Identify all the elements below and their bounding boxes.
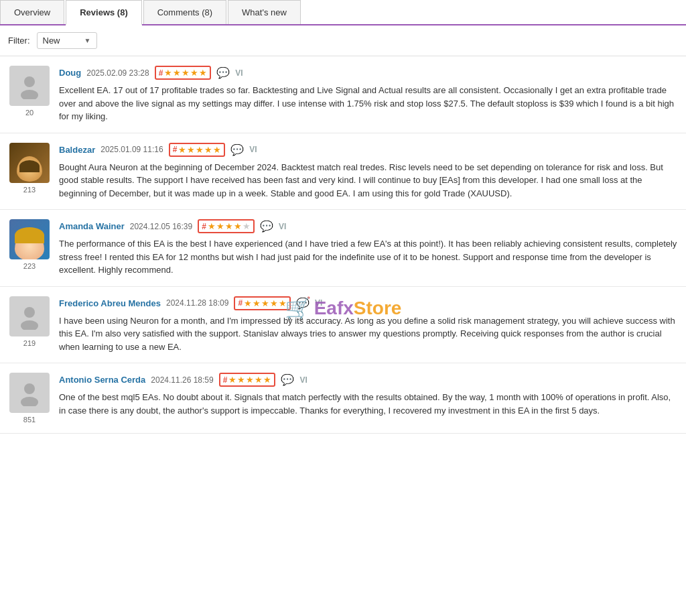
tab-whats-new[interactable]: What's new	[228, 0, 301, 24]
star-half: ★	[234, 221, 242, 231]
review-content: Doug 2025.02.09 23:28 # ★★★★★ 💬 VI Excel…	[59, 66, 678, 123]
star-full: ★	[244, 298, 252, 308]
review-text: The performance of this EA is the best I…	[59, 237, 678, 277]
chevron-down-icon: ▼	[84, 37, 91, 44]
star-full: ★	[228, 375, 236, 385]
star-full: ★	[246, 375, 254, 385]
comment-icon: 💬	[260, 220, 273, 233]
vi-label: VI	[249, 145, 257, 154]
avatar-count: 219	[23, 339, 36, 347]
star-full: ★	[208, 221, 216, 231]
reviewer-name: Frederico Abreu Mendes	[59, 298, 161, 308]
star-full: ★	[178, 145, 186, 155]
stars: ★★★★★	[244, 298, 287, 308]
review-content: Amanda Wainer 2024.12.05 16:39 # ★★★★★ 💬…	[59, 219, 678, 277]
svg-point-1	[21, 90, 38, 99]
rating-badge: # ★★★★★	[198, 219, 255, 233]
tab-reviews[interactable]: Reviews (8)	[66, 0, 142, 25]
comment-icon: 💬	[216, 66, 230, 79]
review-content: Baldezar 2025.01.09 11:16 # ★★★★★ 💬 VI B…	[59, 143, 678, 200]
svg-point-0	[24, 76, 35, 87]
review-item: 20 Doug 2025.02.09 23:28 # ★★★★★ 💬 VI Ex…	[0, 56, 686, 133]
rating-badge: # ★★★★★	[234, 296, 291, 310]
avatar-count: 851	[23, 416, 36, 424]
rating-hash: #	[159, 68, 163, 78]
review-item: 219 Frederico Abreu Mendes 2024.11.28 18…	[0, 287, 686, 364]
review-header: Amanda Wainer 2024.12.05 16:39 # ★★★★★ 💬…	[59, 219, 678, 233]
star-full: ★	[263, 375, 271, 385]
star-full: ★	[279, 298, 287, 308]
svg-point-5	[21, 397, 38, 406]
star-full: ★	[190, 68, 198, 78]
review-avatar-col: 223	[8, 219, 51, 277]
vi-label: VI	[315, 298, 322, 308]
star-full: ★	[253, 298, 261, 308]
review-header: Doug 2025.02.09 23:28 # ★★★★★ 💬 VI	[59, 66, 678, 80]
svg-point-3	[21, 320, 38, 330]
vi-label: VI	[299, 375, 307, 385]
review-header: Baldezar 2025.01.09 11:16 # ★★★★★ 💬 VI	[59, 143, 678, 157]
review-content: Frederico Abreu Mendes 2024.11.28 18:09 …	[59, 296, 678, 354]
rating-badge: # ★★★★★	[155, 66, 212, 80]
star-full: ★	[255, 375, 263, 385]
star-full: ★	[204, 145, 212, 155]
filter-dropdown[interactable]: New ▼	[37, 32, 97, 49]
star-full: ★	[196, 145, 204, 155]
reviewer-name: Antonio Serna Cerda	[59, 375, 145, 385]
comment-icon: 💬	[230, 143, 244, 156]
avatar-count: 213	[23, 186, 36, 194]
vi-label: VI	[235, 68, 243, 78]
vi-label: VI	[279, 222, 286, 231]
star-full: ★	[225, 221, 233, 231]
avatar	[9, 296, 50, 336]
review-text: Excellent EA. 17 out of 17 profitable tr…	[59, 84, 678, 123]
filter-selected-value: New	[43, 36, 60, 46]
avatar-count: 20	[25, 109, 33, 117]
svg-point-2	[24, 307, 35, 318]
review-date: 2025.02.09 23:28	[86, 68, 149, 78]
tabs-bar: Overview Reviews (8) Comments (8) What's…	[0, 0, 686, 25]
star-full: ★	[213, 145, 221, 155]
review-avatar-col: 219	[8, 296, 51, 354]
rating-hash: #	[238, 298, 243, 308]
review-header: Antonio Serna Cerda 2024.11.26 18:59 # ★…	[59, 373, 678, 387]
review-text: One of the best mql5 EAs. No doubt about…	[59, 391, 678, 417]
filter-label: Filter:	[8, 36, 30, 46]
rating-badge: # ★★★★★	[219, 373, 276, 387]
rating-hash: #	[223, 375, 228, 385]
review-date: 2025.01.09 11:16	[100, 145, 163, 154]
comment-icon: 💬	[296, 297, 310, 310]
reviewer-name: Amanda Wainer	[59, 221, 125, 231]
rating-hash: #	[173, 145, 178, 154]
star-full: ★	[173, 68, 181, 78]
rating-badge: # ★★★★★	[169, 143, 226, 157]
avatar	[9, 373, 50, 413]
reviews-list: 20 Doug 2025.02.09 23:28 # ★★★★★ 💬 VI Ex…	[0, 56, 686, 434]
review-avatar-col: 20	[8, 66, 51, 123]
stars: ★★★★★	[178, 145, 221, 155]
review-text: Bought Aura Neuron at the beginning of D…	[59, 161, 678, 200]
star-full: ★	[216, 221, 224, 231]
tab-overview[interactable]: Overview	[0, 0, 64, 24]
review-date: 2024.11.28 18:09	[166, 298, 228, 308]
svg-point-4	[24, 383, 35, 394]
star-full: ★	[199, 68, 207, 78]
star-empty: ★	[243, 221, 251, 231]
tab-comments[interactable]: Comments (8)	[143, 0, 226, 24]
reviewer-name: Doug	[59, 68, 81, 78]
review-text: I have been using Neuron for a month, an…	[59, 314, 678, 354]
filter-bar: Filter: New ▼	[0, 25, 686, 56]
review-content: Antonio Serna Cerda 2024.11.26 18:59 # ★…	[59, 373, 678, 424]
review-item: 223 Amanda Wainer 2024.12.05 16:39 # ★★★…	[0, 210, 686, 287]
review-header: Frederico Abreu Mendes 2024.11.28 18:09 …	[59, 296, 678, 310]
rating-hash: #	[202, 222, 206, 231]
review-item: 851 Antonio Serna Cerda 2024.11.26 18:59…	[0, 363, 686, 434]
review-avatar-col: 851	[8, 373, 51, 424]
stars: ★★★★★	[164, 68, 207, 78]
stars: ★★★★★	[228, 375, 271, 385]
star-full: ★	[270, 298, 278, 308]
avatar	[9, 66, 50, 106]
review-date: 2024.11.26 18:59	[151, 375, 213, 385]
reviewer-name: Baldezar	[59, 145, 95, 155]
stars: ★★★★★	[208, 221, 251, 231]
